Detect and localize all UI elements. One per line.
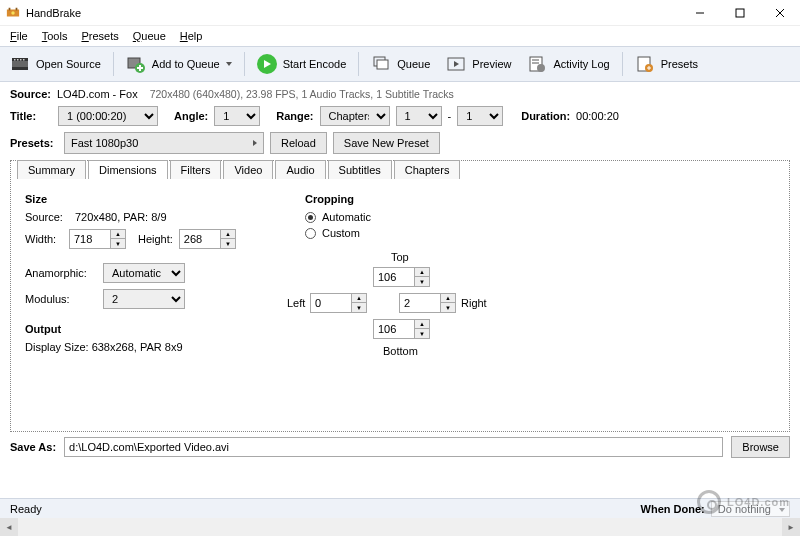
toolbar: Open Source Add to Queue Start Encode Qu… [0, 46, 800, 82]
preset-combo[interactable]: Fast 1080p30 [64, 132, 264, 154]
source-info: 720x480 (640x480), 23.98 FPS, 1 Audio Tr… [150, 88, 454, 100]
down-icon[interactable]: ▼ [221, 239, 235, 248]
presets-button[interactable]: Presets [631, 52, 702, 76]
crop-top-input[interactable] [373, 267, 415, 287]
modulus-select[interactable]: 2 [103, 289, 185, 309]
cropping-heading: Cropping [305, 193, 775, 205]
tab-dimensions[interactable]: Dimensions [88, 160, 167, 179]
scroll-right-button[interactable]: ► [782, 518, 800, 536]
height-input[interactable] [179, 229, 221, 249]
svg-rect-11 [14, 59, 16, 61]
title-select[interactable]: 1 (00:00:20) [58, 106, 158, 126]
crop-bottom-input[interactable] [373, 319, 415, 339]
source-dim-label: Source: [25, 211, 69, 223]
tab-video[interactable]: Video [223, 160, 273, 179]
width-input[interactable] [69, 229, 111, 249]
display-size-value: Display Size: 638x268, PAR 8x9 [25, 341, 183, 353]
down-icon[interactable]: ▼ [415, 329, 429, 338]
scroll-track[interactable] [18, 518, 782, 536]
svg-rect-20 [377, 60, 388, 69]
radio-icon [305, 228, 316, 239]
browse-button[interactable]: Browse [731, 436, 790, 458]
down-icon[interactable]: ▼ [441, 303, 455, 312]
presets-label: Presets [661, 58, 698, 70]
down-icon[interactable]: ▼ [415, 277, 429, 286]
save-new-preset-button[interactable]: Save New Preset [333, 132, 440, 154]
queue-button[interactable]: Queue [367, 52, 434, 76]
start-encode-button[interactable]: Start Encode [253, 52, 351, 76]
menu-help[interactable]: Help [174, 28, 209, 44]
activity-log-icon [527, 54, 547, 74]
menu-presets[interactable]: Presets [75, 28, 124, 44]
crop-right-spinner[interactable]: ▲▼ [399, 293, 456, 313]
range-type-select[interactable]: Chapters [320, 106, 390, 126]
width-spinner[interactable]: ▲▼ [69, 229, 126, 249]
anamorphic-select[interactable]: Automatic [103, 263, 185, 283]
queue-icon [371, 54, 391, 74]
down-icon[interactable]: ▼ [352, 303, 366, 312]
tab-filters[interactable]: Filters [170, 160, 222, 179]
range-label: Range: [276, 110, 313, 122]
open-source-button[interactable]: Open Source [6, 52, 105, 76]
preview-button[interactable]: Preview [442, 52, 515, 76]
open-source-label: Open Source [36, 58, 101, 70]
svg-marker-22 [454, 61, 459, 67]
add-to-queue-button[interactable]: Add to Queue [122, 52, 236, 76]
horizontal-scrollbar[interactable]: ◄ ► [0, 518, 800, 536]
svg-point-3 [11, 11, 15, 15]
tab-container: Summary Dimensions Filters Video Audio S… [10, 160, 790, 432]
cropping-custom-label: Custom [322, 227, 360, 239]
svg-rect-13 [20, 59, 22, 61]
tab-audio[interactable]: Audio [275, 160, 325, 179]
cropping-automatic-label: Automatic [322, 211, 371, 223]
activity-log-button[interactable]: Activity Log [523, 52, 613, 76]
tab-summary[interactable]: Summary [17, 160, 86, 179]
reload-button[interactable]: Reload [270, 132, 327, 154]
crop-top-spinner[interactable]: ▲▼ [373, 267, 430, 287]
range-to-select[interactable]: 1 [457, 106, 503, 126]
modulus-label: Modulus: [25, 293, 97, 305]
up-icon[interactable]: ▲ [415, 268, 429, 277]
svg-rect-1 [9, 7, 11, 10]
tab-subtitles[interactable]: Subtitles [328, 160, 392, 179]
up-icon[interactable]: ▲ [352, 294, 366, 303]
presets-icon [635, 54, 655, 74]
watermark: LO4D.com [697, 490, 790, 514]
scroll-left-button[interactable]: ◄ [0, 518, 18, 536]
menu-tools[interactable]: Tools [36, 28, 74, 44]
menu-file[interactable]: File [4, 28, 34, 44]
toolbar-separator [622, 52, 623, 76]
range-from-select[interactable]: 1 [396, 106, 442, 126]
angle-select[interactable]: 1 [214, 106, 260, 126]
duration-value: 00:00:20 [576, 110, 619, 122]
cropping-custom-radio[interactable]: Custom [305, 227, 775, 239]
up-icon[interactable]: ▲ [111, 230, 125, 239]
menu-queue[interactable]: Queue [127, 28, 172, 44]
width-label: Width: [25, 233, 63, 245]
title-label: Title: [10, 110, 52, 122]
crop-right-input[interactable] [399, 293, 441, 313]
chevron-right-icon [253, 140, 257, 146]
save-as-input[interactable] [64, 437, 723, 457]
up-icon[interactable]: ▲ [221, 230, 235, 239]
crop-bottom-spinner[interactable]: ▲▼ [373, 319, 430, 339]
cropping-automatic-radio[interactable]: Automatic [305, 211, 775, 223]
crop-left-spinner[interactable]: ▲▼ [310, 293, 367, 313]
crop-left-input[interactable] [310, 293, 352, 313]
close-button[interactable] [760, 0, 800, 26]
statusbar: Ready When Done: Do nothing [0, 498, 800, 518]
add-to-queue-label: Add to Queue [152, 58, 220, 70]
radio-icon [305, 212, 316, 223]
svg-rect-10 [12, 67, 28, 70]
minimize-button[interactable] [680, 0, 720, 26]
height-spinner[interactable]: ▲▼ [179, 229, 236, 249]
up-icon[interactable]: ▲ [441, 294, 455, 303]
down-icon[interactable]: ▼ [111, 239, 125, 248]
save-as-label: Save As: [10, 441, 56, 453]
film-icon [10, 54, 30, 74]
up-icon[interactable]: ▲ [415, 320, 429, 329]
maximize-button[interactable] [720, 0, 760, 26]
tab-chapters[interactable]: Chapters [394, 160, 461, 179]
app-icon [6, 6, 20, 20]
svg-rect-14 [23, 59, 25, 61]
